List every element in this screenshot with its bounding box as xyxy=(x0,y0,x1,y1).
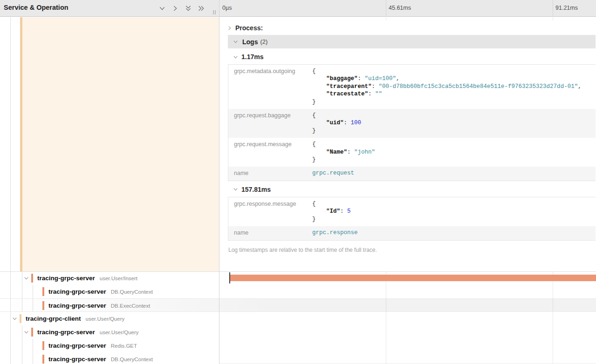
log-field-row: grpc.response.message{ "Id": 5} xyxy=(228,197,596,226)
log-timestamp: 157.81ms xyxy=(241,186,271,193)
log-field-row: grpc.metadata.outgoing{ "baggage": "uid=… xyxy=(228,65,596,109)
service-color-bar xyxy=(42,287,44,296)
span-row[interactable]: tracing-grpc-serverDB.QueryContext xyxy=(0,352,596,364)
logs-section-label: Logs xyxy=(242,38,258,46)
chevron-down-icon xyxy=(233,39,238,44)
trace-timeline-view: Service & Operation 0µs 45. xyxy=(0,0,596,364)
span-name-cell[interactable]: tracing-grpc-serveruser.User/Query xyxy=(0,325,219,339)
span-name-cell[interactable]: tracing-grpc-serverDB.QueryContext xyxy=(0,352,219,364)
service-name: tracing-grpc-server xyxy=(48,356,106,363)
span-row[interactable]: tracing-grpc-serverRedis.GET xyxy=(0,339,596,352)
operation-name: DB.QueryContext xyxy=(111,289,153,295)
log-field-key: name xyxy=(228,226,312,240)
detail-row-highlight xyxy=(22,17,219,271)
log-field-key: grpc.request.baggage xyxy=(228,109,312,138)
service-name: tracing-grpc-server xyxy=(48,288,106,295)
log-entries: 1.17msgrpc.metadata.outgoing{ "baggage":… xyxy=(219,53,596,241)
span-row[interactable]: tracing-grpc-serveruser.User/Insert xyxy=(0,271,596,285)
operation-name: user.User/Insert xyxy=(100,276,137,281)
service-color-bar xyxy=(42,355,44,364)
timeline-header: Service & Operation 0µs 45. xyxy=(0,0,596,17)
collapse-expand-controls xyxy=(158,5,205,12)
span-duration-bar[interactable] xyxy=(229,275,596,281)
service-color-bar xyxy=(42,301,44,310)
service-name: tracing-grpc-server xyxy=(48,302,106,309)
span-row[interactable]: tracing-grpc-serverDB.QueryContext xyxy=(0,285,596,298)
operation-name: user.User/Query xyxy=(86,316,125,322)
span-name-cell[interactable]: tracing-grpc-serverDB.ExecContext xyxy=(0,299,219,312)
span-tree-chevron-icon[interactable] xyxy=(24,330,31,335)
ruler-tick-line xyxy=(386,0,386,17)
log-fields-table: grpc.response.message{ "Id": 5}namegrpc.… xyxy=(228,197,596,241)
chevron-down-icon[interactable] xyxy=(158,5,166,12)
span-detail-panel: Process: Logs (2) 1.17msgrpc.metadata.ou… xyxy=(219,20,596,271)
rows-bottom-divider xyxy=(219,363,596,364)
process-section-label: Process: xyxy=(235,24,263,32)
log-field-key: grpc.metadata.outgoing xyxy=(228,65,312,109)
service-operation-title: Service & Operation xyxy=(4,4,69,11)
service-name: tracing-grpc-server xyxy=(37,329,95,336)
trace-rows-area: Process: Logs (2) 1.17msgrpc.metadata.ou… xyxy=(0,17,596,364)
log-field-key: grpc.request.message xyxy=(228,138,312,167)
log-field-value: { "Name": "john"} xyxy=(312,138,378,167)
pane-divider[interactable] xyxy=(219,0,219,364)
span-name-cell[interactable]: tracing-grpc-serveruser.User/Insert xyxy=(0,271,219,285)
service-color-bar xyxy=(42,341,44,350)
ruler-tick-line xyxy=(553,0,553,17)
log-field-value: { "baggage": "uid=100", "traceparent": "… xyxy=(312,65,584,109)
logs-count: (2) xyxy=(260,38,267,45)
operation-name: Redis.GET xyxy=(111,343,137,349)
log-field-value: { "Id": 5} xyxy=(312,197,354,226)
log-footer-note: Log timestamps are relative to the start… xyxy=(228,247,596,253)
span-row[interactable]: tracing-grpc-clientuser.User/Query xyxy=(0,312,596,325)
log-field-value: grpc.request xyxy=(312,167,357,180)
log-timestamp-toggle[interactable]: 157.81ms xyxy=(233,186,596,193)
span-name-cell[interactable]: tracing-grpc-clientuser.User/Query xyxy=(0,312,219,325)
span-tree-chevron-icon[interactable] xyxy=(12,316,20,321)
operation-name: user.User/Query xyxy=(100,330,139,335)
service-name: tracing-grpc-server xyxy=(37,275,95,282)
chevron-down-icon xyxy=(233,187,238,192)
log-field-value: grpc.response xyxy=(312,226,361,240)
ruler-tick-label: 0µs xyxy=(222,5,232,11)
chevron-right-icon[interactable] xyxy=(171,5,179,12)
log-fields-table: grpc.metadata.outgoing{ "baggage": "uid=… xyxy=(228,64,596,181)
span-name-cell[interactable]: tracing-grpc-serverDB.QueryContext xyxy=(0,285,219,298)
span-name-cell[interactable]: tracing-grpc-serverRedis.GET xyxy=(0,339,219,352)
log-field-row: grpc.request.message{ "Name": "john"} xyxy=(228,138,596,167)
log-timestamp-toggle[interactable]: 1.17ms xyxy=(233,53,596,61)
operation-name: DB.ExecContext xyxy=(111,303,150,309)
service-color-bar xyxy=(31,274,33,283)
ruler-tick-label: 91.21ms xyxy=(555,5,578,11)
chevron-down-icon xyxy=(233,54,238,60)
log-field-row: namegrpc.response xyxy=(228,226,596,240)
log-timestamp: 1.17ms xyxy=(241,53,263,61)
logs-section-toggle[interactable]: Logs (2) xyxy=(228,35,596,48)
log-entry-section: 1.17msgrpc.metadata.outgoing{ "baggage":… xyxy=(219,53,596,181)
service-operation-header: Service & Operation xyxy=(0,0,219,17)
operation-name: DB.QueryContext xyxy=(111,357,153,362)
log-field-key: name xyxy=(228,167,312,180)
service-name: tracing-grpc-client xyxy=(26,315,81,322)
service-name: tracing-grpc-server xyxy=(48,342,106,349)
process-section-toggle[interactable]: Process: xyxy=(219,20,596,33)
log-field-value: { "uid": 100} xyxy=(312,109,364,138)
span-row[interactable]: tracing-grpc-serverDB.ExecContext xyxy=(0,298,596,312)
double-chevron-right-icon[interactable] xyxy=(198,5,205,12)
service-color-bar xyxy=(20,314,21,323)
span-start-tick xyxy=(229,272,230,283)
timeline-ruler: 0µs 45.61ms 91.21ms xyxy=(219,0,596,17)
span-rows: tracing-grpc-serveruser.User/Inserttraci… xyxy=(0,271,596,364)
double-chevron-down-icon[interactable] xyxy=(185,5,192,12)
ruler-tick-label: 45.61ms xyxy=(389,5,411,11)
chevron-right-icon xyxy=(227,26,232,31)
service-color-bar xyxy=(31,328,33,337)
log-field-row: grpc.request.baggage{ "uid": 100} xyxy=(228,109,596,138)
span-tree-chevron-icon[interactable] xyxy=(24,276,31,281)
span-row[interactable]: tracing-grpc-serveruser.User/Query xyxy=(0,325,596,339)
log-entry-section: 157.81msgrpc.response.message{ "Id": 5}n… xyxy=(219,186,596,241)
log-field-row: namegrpc.request xyxy=(228,167,596,180)
log-field-key: grpc.response.message xyxy=(228,197,312,226)
column-resizer-grip[interactable] xyxy=(213,10,216,14)
